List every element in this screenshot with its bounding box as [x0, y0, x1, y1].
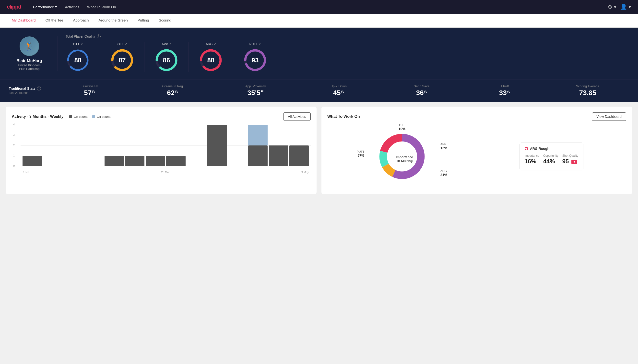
ring-3: 88: [198, 48, 223, 72]
bar-on-5: [125, 156, 144, 166]
donut-center: Importance To Scoring: [396, 155, 413, 162]
tab-approach[interactable]: Approach: [68, 14, 94, 28]
bar-group-0: [23, 125, 42, 166]
trad-stat-name-2: App. Proximity: [214, 84, 297, 88]
bar-on-13: [289, 146, 309, 166]
nav-performance[interactable]: Performance ▾: [33, 5, 57, 9]
ring-value-3: 88: [207, 56, 215, 64]
quality-circle-arg-3: ARG ↗ 88: [189, 42, 233, 72]
hero-top: 🏌️ Blair McHarg United Kingdom Plus Hand…: [9, 34, 629, 72]
trad-stat-name-6: Scoring Average: [546, 84, 629, 88]
trad-stat-value-1: 62%: [131, 89, 214, 97]
info-card-dot: [525, 147, 528, 150]
bar-on-9: [207, 125, 227, 166]
trad-stat-name-3: Up & Down: [297, 84, 380, 88]
circle-label-2: APP ↗: [162, 42, 171, 46]
bar-on-6: [146, 156, 165, 166]
tab-my-dashboard[interactable]: My Dashboard: [7, 14, 41, 28]
bar-group-3: [84, 125, 104, 166]
bar-group-13: [289, 125, 309, 166]
hero-section: 🏌️ Blair McHarg United Kingdom Plus Hand…: [0, 28, 638, 79]
bar-group-11: [248, 125, 268, 166]
trad-stat-value-5: 33%: [463, 89, 546, 97]
ring-0: 88: [66, 48, 90, 72]
quality-circles: OTT ↗ 88 OTT ↗ 87 APP: [66, 42, 629, 72]
donut-area: OTT 10% APP 12% ARG 21% PUTT 57%: [327, 125, 626, 188]
add-button[interactable]: ⊕ ▾: [608, 4, 616, 10]
bar-on-11: [248, 146, 268, 166]
x-labels: 7 Feb 28 Mar 9 May: [21, 171, 311, 174]
ring-1: 87: [110, 48, 134, 72]
circle-label-3: ARG ↗: [206, 42, 216, 46]
info-card: ARG Rough Importance 16% Opportunity 44%…: [520, 142, 583, 170]
tab-scoring[interactable]: Scoring: [154, 14, 176, 28]
activity-panel: Activity - 3 Months - Weekly On course O…: [6, 106, 317, 194]
bar-group-9: [207, 125, 227, 166]
trad-stat-name-5: 1 Putt: [463, 84, 546, 88]
trad-stats-help-icon[interactable]: ?: [37, 86, 41, 90]
player-handicap: Plus Handicap: [19, 67, 40, 71]
quality-title: Total Player Quality ?: [66, 34, 629, 38]
legend-on-course: On course: [69, 115, 88, 118]
bar-on-7: [166, 156, 185, 166]
view-dashboard-button[interactable]: View Dashboard: [592, 112, 626, 121]
trad-stat-value-4: 36%: [380, 89, 463, 97]
tab-putting[interactable]: Putting: [133, 14, 154, 28]
bar-group-10: [228, 125, 247, 166]
tabs-bar: My Dashboard Off the Tee Approach Around…: [0, 14, 638, 28]
trad-stat-value-0: 57%: [48, 89, 131, 97]
all-activities-button[interactable]: All Activities: [283, 112, 311, 121]
bar-chart-bars: [21, 125, 311, 166]
nav-what-to-work-on[interactable]: What To Work On: [87, 5, 116, 9]
trad-stat-value-3: 45%: [297, 89, 380, 97]
tab-around-the-green[interactable]: Around the Green: [94, 14, 133, 28]
user-menu-button[interactable]: 👤 ▾: [620, 4, 631, 10]
legend-off-course-dot: [92, 115, 95, 118]
ring-value-4: 93: [252, 56, 259, 64]
activity-legend: On course Off course: [69, 115, 111, 118]
activity-panel-header: Activity - 3 Months - Weekly On course O…: [12, 112, 311, 121]
trad-stat-5: 1 Putt 33%: [463, 84, 546, 97]
work-on-panel-header: What To Work On View Dashboard: [327, 112, 626, 121]
bottom-panels: Activity - 3 Months - Weekly On course O…: [0, 102, 638, 199]
quality-help-icon[interactable]: ?: [97, 34, 101, 38]
trad-stat-value-2: 35'5": [214, 89, 297, 97]
nav-icons: ⊕ ▾ 👤 ▾: [608, 4, 631, 10]
player-name: Blair McHarg: [17, 58, 42, 63]
trad-stat-name-4: Sand Save: [380, 84, 463, 88]
work-on-title: What To Work On: [327, 114, 360, 119]
circle-label-4: PUTT ↗: [250, 42, 261, 46]
bar-on-0: [23, 156, 42, 166]
quality-circle-ott-0: OTT ↗ 88: [66, 42, 100, 72]
bar-group-8: [187, 125, 206, 166]
legend-on-course-dot: [69, 115, 72, 118]
ring-value-1: 87: [119, 56, 126, 64]
trad-stat-name-1: Greens In Reg: [131, 84, 214, 88]
logo[interactable]: clippd: [7, 4, 21, 10]
bar-chart: 43210 7 Feb 28 Mar 9 May: [12, 125, 311, 174]
trad-stat-3: Up & Down 45%: [297, 84, 380, 97]
bar-on-12: [269, 146, 288, 166]
quality-circle-ott-1: OTT ↗ 87: [100, 42, 144, 72]
ring-value-2: 86: [163, 56, 170, 64]
nav-activities[interactable]: Activities: [65, 5, 79, 9]
bar-off-11: [248, 125, 268, 146]
donut-wrapper: OTT 10% APP 12% ARG 21% PUTT 57%: [370, 125, 434, 188]
shot-quality-badge: ▼: [571, 160, 577, 164]
donut-label-app: APP 12%: [441, 142, 447, 150]
donut-label-arg: ARG 21%: [441, 170, 447, 177]
info-card-stats: Importance 16% Opportunity 44% Shot Qual…: [525, 154, 578, 165]
bar-group-2: [64, 125, 83, 166]
x-label-1: 28 Mar: [161, 171, 169, 174]
x-label-2: 9 May: [301, 171, 309, 174]
player-location: United Kingdom: [18, 63, 41, 67]
circle-label-0: OTT ↗: [73, 42, 83, 46]
info-stat-shot-quality: Shot Quality 95 ▼: [562, 154, 578, 165]
bar-group-4: [105, 125, 124, 166]
quality-section: Total Player Quality ? OTT ↗ 88 OTT ↗: [58, 34, 629, 72]
quality-circle-app-2: APP ↗ 86: [144, 42, 189, 72]
tab-off-the-tee[interactable]: Off the Tee: [41, 14, 68, 28]
ring-4: 93: [243, 48, 267, 72]
legend-off-course: Off course: [92, 115, 111, 118]
traditional-stats: Traditional Stats ? Last 20 rounds Fairw…: [0, 79, 638, 102]
